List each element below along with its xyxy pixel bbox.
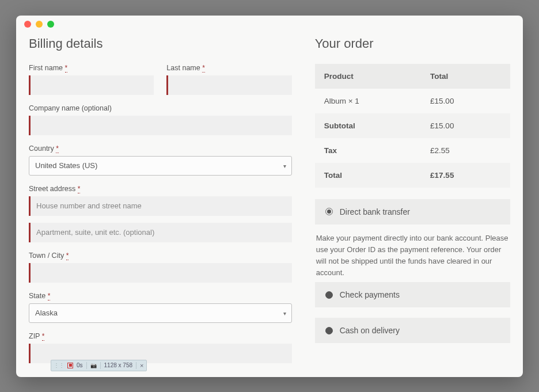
order-tax-row: Tax £2.55 [315, 138, 510, 163]
window-titlebar [16, 16, 523, 33]
street-line2-group [29, 223, 292, 242]
required-mark: * [66, 252, 69, 260]
order-table: Product Total Album × 1 £15.00 Subtotal … [315, 64, 510, 188]
subtotal-value: £15.00 [430, 121, 501, 130]
payment-bank-label: Direct bank transfer [340, 207, 410, 216]
record-time: 0s [77, 362, 83, 368]
order-item-name: Album × 1 [324, 97, 430, 105]
drag-handle-icon[interactable]: ⋮⋮ [54, 362, 64, 368]
city-field-group: Town / City * [29, 252, 292, 283]
last-name-input[interactable] [166, 75, 291, 95]
required-mark: * [56, 144, 59, 153]
radio-unchecked-icon [325, 327, 333, 334]
company-input[interactable] [29, 116, 292, 135]
subtotal-label: Subtotal [324, 121, 430, 130]
window-close-icon[interactable] [24, 21, 31, 28]
tax-value: £2.55 [430, 146, 501, 155]
radio-unchecked-icon [325, 291, 333, 299]
content-area: Billing details First name * Last name * [16, 33, 523, 377]
col-total: Total [430, 72, 501, 81]
record-dimensions: 1128 x 758 [104, 362, 133, 368]
window-minimize-icon[interactable] [36, 21, 43, 28]
required-mark: * [42, 332, 45, 341]
order-heading: Your order [315, 36, 510, 51]
radio-checked-icon [325, 208, 333, 215]
record-stop-icon[interactable] [67, 363, 73, 368]
payment-option-bank[interactable]: Direct bank transfer [315, 199, 510, 224]
order-subtotal-row: Subtotal £15.00 [315, 113, 510, 138]
required-mark: * [65, 64, 68, 73]
street-line1-input[interactable] [29, 196, 292, 216]
street-label: Street address * [29, 185, 292, 193]
close-icon[interactable]: × [140, 362, 143, 369]
window-zoom-icon[interactable] [47, 21, 54, 28]
city-input[interactable] [29, 263, 292, 283]
company-label: Company name (optional) [29, 104, 292, 112]
required-mark: * [78, 185, 81, 193]
screen-recorder-bar[interactable]: ⋮⋮ 0s 1128 x 758 × [51, 360, 147, 371]
payment-check-label: Check payments [340, 290, 400, 299]
payment-option-cod[interactable]: Cash on delivery [315, 318, 510, 343]
zip-label: ZIP * [29, 332, 292, 340]
order-total-row: Total £17.55 [315, 163, 510, 188]
first-name-input[interactable] [29, 75, 154, 95]
required-mark: * [202, 64, 205, 73]
state-label: State * [29, 292, 292, 300]
country-label: Country * [29, 144, 292, 153]
payment-bank-description: Make your payment directly into our bank… [315, 224, 510, 283]
billing-heading: Billing details [29, 36, 292, 51]
payment-methods: Direct bank transfer Make your payment d… [315, 199, 510, 344]
payment-cod-label: Cash on delivery [340, 326, 400, 335]
company-field-group: Company name (optional) [29, 104, 292, 135]
street-line2-input[interactable] [29, 223, 292, 242]
zip-field-group: ZIP * [29, 332, 292, 363]
checkout-window: Billing details First name * Last name * [16, 16, 523, 377]
col-product: Product [324, 72, 430, 81]
order-section: Your order Product Total Album × 1 £15.0… [315, 33, 510, 377]
billing-section: Billing details First name * Last name * [29, 33, 292, 377]
total-value: £17.55 [430, 171, 501, 180]
order-item-total: £15.00 [430, 97, 501, 105]
last-name-field-group: Last name * [166, 64, 291, 95]
street-field-group: Street address * [29, 185, 292, 216]
order-item-row: Album × 1 £15.00 [315, 89, 510, 113]
country-select[interactable] [29, 156, 292, 176]
payment-option-check[interactable]: Check payments [315, 282, 510, 307]
order-header-row: Product Total [315, 64, 510, 89]
tax-label: Tax [324, 146, 430, 155]
city-label: Town / City * [29, 252, 292, 260]
total-label: Total [324, 171, 430, 180]
state-field-group: State * [29, 292, 292, 323]
camera-icon[interactable] [90, 362, 97, 368]
country-field-group: Country * [29, 144, 292, 176]
last-name-label: Last name * [166, 64, 291, 72]
first-name-label: First name * [29, 64, 154, 72]
state-select[interactable] [29, 303, 292, 323]
first-name-field-group: First name * [29, 64, 154, 95]
required-mark: * [48, 292, 51, 300]
